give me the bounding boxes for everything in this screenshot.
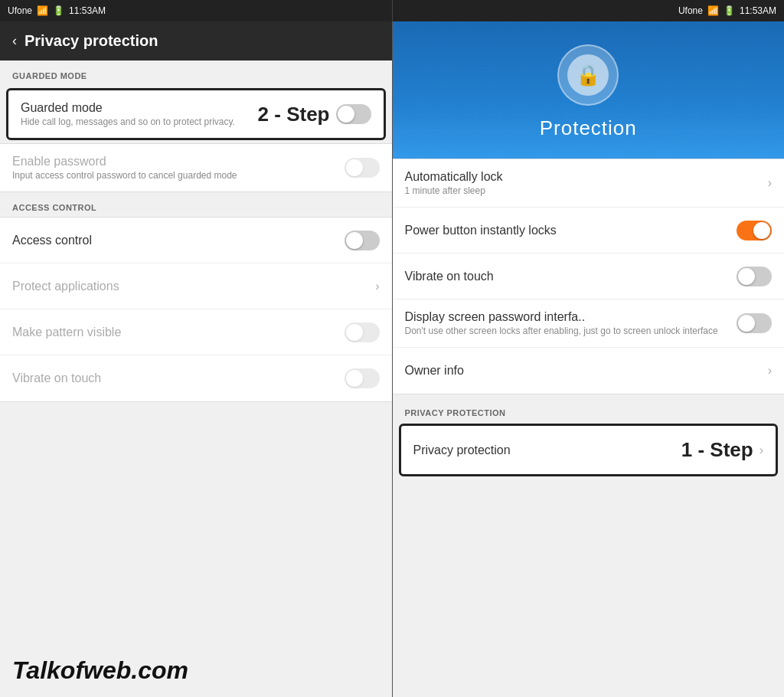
automatically-lock-subtitle: 1 minute after sleep [405, 185, 768, 196]
display-screen-password-subtitle: Don't use other screen locks after enabl… [405, 326, 737, 336]
access-control-section-label: ACCESS CONTROL [0, 192, 392, 217]
enable-password-text: Enable password Input access control pas… [12, 155, 345, 181]
guarded-mode-section-label: GUARDED MODE [0, 61, 392, 85]
display-screen-password-item[interactable]: Display screen password interfa.. Don't … [393, 299, 785, 348]
back-button[interactable]: ‹ [12, 33, 17, 49]
guarded-mode-title: Guarded mode [21, 101, 252, 115]
make-pattern-visible-text: Make pattern visible [12, 326, 345, 339]
owner-info-chevron: › [768, 364, 772, 378]
left-status-bar: Ufone 📶 🔋 11:53AM [0, 0, 392, 21]
step-2-label: 2 - Step [258, 103, 330, 126]
access-control-title: Access control [12, 234, 345, 247]
left-vibrate-on-touch-title: Vibrate on touch [12, 371, 345, 385]
left-vibrate-on-touch-toggle [345, 368, 380, 388]
power-button-locks-text: Power button instantly locks [405, 224, 737, 237]
power-button-locks-toggle[interactable] [737, 221, 772, 241]
right-settings-card: Automatically lock 1 minute after sleep … [393, 159, 785, 394]
right-vibrate-on-touch-item[interactable]: Vibrate on touch [393, 254, 785, 299]
display-screen-password-text: Display screen password interfa.. Don't … [405, 310, 737, 336]
lock-icon-inner: 🔒 [567, 54, 609, 96]
make-pattern-visible-toggle [345, 322, 380, 342]
protect-applications-title: Protect applications [12, 280, 375, 293]
left-vibrate-on-touch-text: Vibrate on touch [12, 371, 345, 385]
right-carrier: Ufone [678, 5, 703, 16]
access-control-text: Access control [12, 234, 345, 247]
enable-password-card: Enable password Input access control pas… [0, 143, 392, 192]
step-1-label: 1 - Step [681, 438, 753, 462]
access-control-toggle[interactable] [345, 231, 380, 250]
left-branding: Talkofweb.com [0, 644, 392, 697]
access-control-item[interactable]: Access control [0, 218, 392, 263]
automatically-lock-title: Automatically lock [405, 170, 768, 184]
left-signal-icon: 📶 [37, 5, 48, 16]
protect-applications-text: Protect applications [12, 280, 375, 293]
right-time: 11:53AM [740, 5, 776, 16]
owner-info-item[interactable]: Owner info › [393, 348, 785, 394]
privacy-protection-title: Privacy protection [413, 443, 511, 457]
access-control-card: Access control Protect applications › Ma… [0, 217, 392, 402]
left-screen-title: Privacy protection [24, 32, 158, 50]
status-bar: Ufone 📶 🔋 11:53AM Ufone 📶 🔋 11:53AM [0, 0, 784, 21]
enable-password-title: Enable password [12, 155, 345, 169]
privacy-protection-chevron: › [760, 443, 763, 457]
left-content: GUARDED MODE Guarded mode Hide call log,… [0, 61, 392, 644]
enable-password-toggle [345, 158, 380, 178]
automatically-lock-item[interactable]: Automatically lock 1 minute after sleep … [393, 159, 785, 208]
left-screen: ‹ Privacy protection GUARDED MODE Guarde… [0, 21, 393, 697]
privacy-protection-section-label: PRIVACY PROTECTION [393, 401, 785, 420]
owner-info-title: Owner info [405, 364, 768, 378]
guarded-mode-text: Guarded mode Hide call log, messages and… [21, 101, 252, 127]
left-battery-icon: 🔋 [53, 5, 64, 16]
guarded-mode-toggle[interactable] [336, 104, 371, 124]
lock-icon-container: 🔒 [557, 44, 619, 106]
owner-info-text: Owner info [405, 364, 768, 378]
make-pattern-visible-item: Make pattern visible [0, 309, 392, 355]
left-carrier: Ufone [8, 5, 32, 16]
power-button-locks-title: Power button instantly locks [405, 224, 737, 237]
protection-hero: 🔒 Protection [393, 21, 785, 159]
automatically-lock-text: Automatically lock 1 minute after sleep [405, 170, 768, 196]
guarded-mode-subtitle: Hide call log, messages and so on to pro… [21, 116, 252, 127]
privacy-protection-box: Privacy protection 1 - Step › [399, 424, 779, 476]
protect-applications-item: Protect applications › [0, 263, 392, 309]
right-screen: 🔒 Protection Automatically lock 1 minute… [393, 21, 785, 697]
left-header: ‹ Privacy protection [0, 21, 392, 61]
right-status-bar: Ufone 📶 🔋 11:53AM [392, 0, 785, 21]
screens-container: ‹ Privacy protection GUARDED MODE Guarde… [0, 21, 784, 697]
display-screen-password-title: Display screen password interfa.. [405, 310, 737, 324]
make-pattern-visible-title: Make pattern visible [12, 326, 345, 339]
left-vibrate-on-touch-item: Vibrate on touch [0, 355, 392, 401]
right-battery-icon: 🔋 [724, 5, 735, 16]
privacy-protection-item[interactable]: Privacy protection 1 - Step › [401, 426, 776, 474]
left-time: 11:53AM [69, 5, 106, 16]
guarded-mode-item[interactable]: Guarded mode Hide call log, messages and… [8, 90, 384, 138]
privacy-protection-right: 1 - Step › [675, 438, 763, 462]
guarded-mode-box: Guarded mode Hide call log, messages and… [6, 88, 386, 140]
right-content: Automatically lock 1 minute after sleep … [393, 159, 785, 697]
display-screen-password-toggle[interactable] [737, 313, 772, 333]
automatically-lock-chevron: › [768, 176, 772, 190]
enable-password-subtitle: Input access control password to cancel … [12, 170, 345, 181]
power-button-locks-item[interactable]: Power button instantly locks [393, 208, 785, 254]
right-vibrate-on-touch-title: Vibrate on touch [405, 270, 737, 283]
right-vibrate-on-touch-toggle[interactable] [737, 267, 772, 286]
protection-title: Protection [540, 116, 637, 140]
enable-password-item: Enable password Input access control pas… [0, 144, 392, 191]
right-vibrate-on-touch-text: Vibrate on touch [405, 270, 737, 283]
right-signal-icon: 📶 [707, 5, 719, 16]
protect-applications-chevron: › [375, 280, 379, 293]
lock-icon: 🔒 [576, 64, 600, 87]
branding-text: Talkofweb.com [12, 656, 188, 685]
